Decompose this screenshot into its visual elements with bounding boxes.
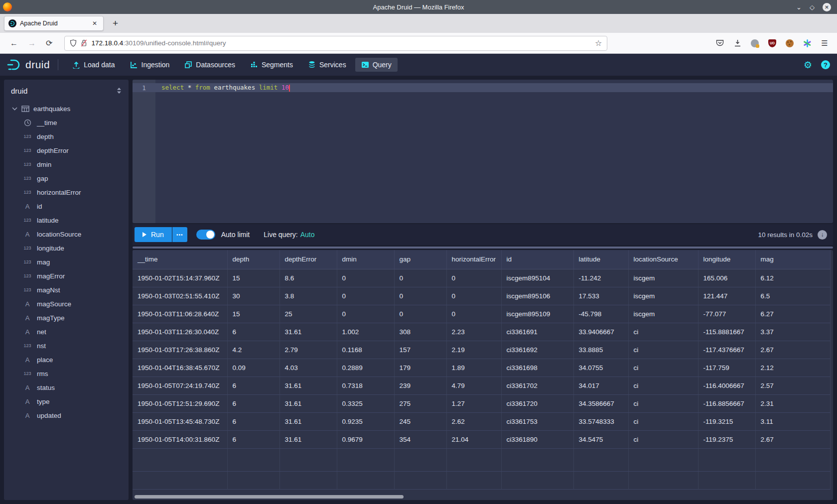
cookie-icon[interactable] (785, 39, 794, 48)
back-icon[interactable]: ← (5, 39, 23, 48)
table-cell[interactable]: -11.242 (573, 269, 628, 287)
run-more-button[interactable]: ••• (172, 227, 187, 242)
close-icon[interactable]: ✕ (823, 3, 831, 11)
table-cell[interactable]: -117.4376667 (698, 341, 755, 359)
table-cell[interactable]: 1950-01-02T15:14:37.960Z (133, 269, 227, 287)
table-cell[interactable]: 6.12 (755, 269, 830, 287)
table-cell[interactable]: ci3361702 (501, 377, 573, 394)
forward-icon[interactable]: → (23, 39, 41, 48)
table-cell[interactable]: 1950-01-05T07:24:19.740Z (133, 377, 227, 394)
auto-limit-toggle[interactable] (196, 230, 215, 240)
table-cell[interactable]: 6 (227, 430, 279, 448)
nav-item-ingestion[interactable]: Ingestion (124, 58, 176, 72)
table-cell[interactable]: 31.61 (279, 430, 337, 448)
nav-item-segments[interactable]: Segments (244, 58, 299, 72)
column-header-gap[interactable]: gap (394, 250, 446, 269)
column-item-longitude[interactable]: 123longitude (4, 241, 129, 255)
table-cell[interactable]: 0 (394, 305, 446, 323)
table-cell[interactable]: 1950-01-05T12:51:29.690Z (133, 394, 227, 412)
table-cell[interactable]: 1950-01-03T11:06:28.640Z (133, 305, 227, 323)
table-cell[interactable]: 4.03 (279, 359, 337, 377)
live-query-value[interactable]: Auto (300, 231, 315, 239)
column-item-locationSource[interactable]: AlocationSource (4, 227, 129, 241)
table-cell[interactable]: 121.447 (698, 287, 755, 305)
table-cell[interactable]: ci (628, 394, 698, 412)
column-item-latitude[interactable]: 123latitude (4, 213, 129, 227)
table-cell[interactable]: ci (628, 412, 698, 430)
sql-editor[interactable]: 1 select * from earthquakes limit 10 (133, 80, 833, 223)
table-cell[interactable]: 0.2889 (337, 359, 394, 377)
table-cell[interactable]: 165.006 (698, 269, 755, 287)
new-tab-button[interactable]: + (110, 18, 121, 29)
pocket-icon[interactable] (715, 39, 724, 48)
table-cell[interactable]: 31.61 (279, 323, 337, 341)
downloads-icon[interactable] (733, 39, 742, 48)
help-icon[interactable]: ? (821, 60, 830, 69)
column-item-magSource[interactable]: AmagSource (4, 297, 129, 311)
table-cell[interactable]: 0 (394, 287, 446, 305)
table-cell[interactable]: 6 (227, 412, 279, 430)
table-cell[interactable]: 6.5 (755, 287, 830, 305)
column-item-depth[interactable]: 123depth (4, 129, 129, 143)
sql-text[interactable]: select * from earthquakes limit 10 (155, 84, 290, 92)
table-cell[interactable]: 34.3586667 (573, 394, 628, 412)
column-item-__time[interactable]: __time (4, 116, 129, 129)
bookmark-star-icon[interactable]: ☆ (595, 38, 602, 48)
column-item-gap[interactable]: 123gap (4, 171, 129, 185)
table-cell[interactable]: ci3361753 (501, 412, 573, 430)
table-cell[interactable]: iscgem (628, 269, 698, 287)
column-item-id[interactable]: Aid (4, 199, 129, 213)
table-cell[interactable]: iscgem895106 (501, 287, 573, 305)
table-cell[interactable]: 6 (227, 394, 279, 412)
table-cell[interactable]: 0 (446, 269, 501, 287)
download-results-icon[interactable]: ↓ (818, 230, 827, 240)
table-cell[interactable]: 157 (394, 341, 446, 359)
table-cell[interactable]: 0.7318 (337, 377, 394, 394)
table-cell[interactable]: 33.8885 (573, 341, 628, 359)
table-cell[interactable]: iscgem (628, 305, 698, 323)
table-cell[interactable]: 0.9679 (337, 430, 394, 448)
column-item-depthError[interactable]: 123depthError (4, 143, 129, 157)
editor-line-1[interactable]: 1 select * from earthquakes limit 10 (133, 83, 833, 92)
maximize-icon[interactable]: ◇ (810, 4, 815, 10)
column-header-__time[interactable]: __time (133, 250, 227, 269)
minimize-icon[interactable]: ⌄ (796, 4, 802, 10)
table-cell[interactable]: -119.3215 (698, 412, 755, 430)
table-cell[interactable]: 3.37 (755, 323, 830, 341)
nav-item-load-data[interactable]: Load data (66, 58, 121, 72)
table-cell[interactable]: 34.5475 (573, 430, 628, 448)
tab-close-icon[interactable]: ✕ (90, 19, 99, 28)
column-item-magNst[interactable]: 123magNst (4, 283, 129, 297)
table-cell[interactable]: -45.798 (573, 305, 628, 323)
shield-icon[interactable] (70, 39, 77, 47)
table-cell[interactable]: iscgem895104 (501, 269, 573, 287)
table-cell[interactable]: 4.2 (227, 341, 279, 359)
table-cell[interactable]: 2.31 (755, 394, 830, 412)
table-cell[interactable]: 0 (337, 287, 394, 305)
column-item-type[interactable]: Atype (4, 394, 129, 408)
table-cell[interactable]: 0 (394, 269, 446, 287)
table-cell[interactable]: 6.27 (755, 305, 830, 323)
table-cell[interactable]: 0 (337, 305, 394, 323)
table-cell[interactable]: 6 (227, 377, 279, 394)
table-cell[interactable]: ci (628, 323, 698, 341)
table-cell[interactable]: 1950-01-03T17:26:38.860Z (133, 341, 227, 359)
table-cell[interactable]: -117.759 (698, 359, 755, 377)
nav-item-datasources[interactable]: Datasources (178, 58, 241, 72)
table-cell[interactable]: 2.23 (446, 323, 501, 341)
druid-logo[interactable]: druid (7, 59, 50, 71)
table-cell[interactable]: 245 (394, 412, 446, 430)
table-cell[interactable]: 1.002 (337, 323, 394, 341)
table-cell[interactable]: 33.5748333 (573, 412, 628, 430)
table-cell[interactable]: 2.67 (755, 341, 830, 359)
column-item-magError[interactable]: 123magError (4, 269, 129, 283)
table-cell[interactable]: 2.67 (755, 430, 830, 448)
table-cell[interactable]: iscgem895109 (501, 305, 573, 323)
insecure-lock-icon[interactable] (81, 39, 87, 47)
column-item-rms[interactable]: 123rms (4, 367, 129, 380)
table-cell[interactable]: 2.12 (755, 359, 830, 377)
column-header-horizontalError[interactable]: horizontalError (446, 250, 501, 269)
horizontal-scrollbar[interactable] (135, 495, 404, 499)
column-item-place[interactable]: Aplace (4, 353, 129, 367)
table-cell[interactable]: 6 (227, 323, 279, 341)
